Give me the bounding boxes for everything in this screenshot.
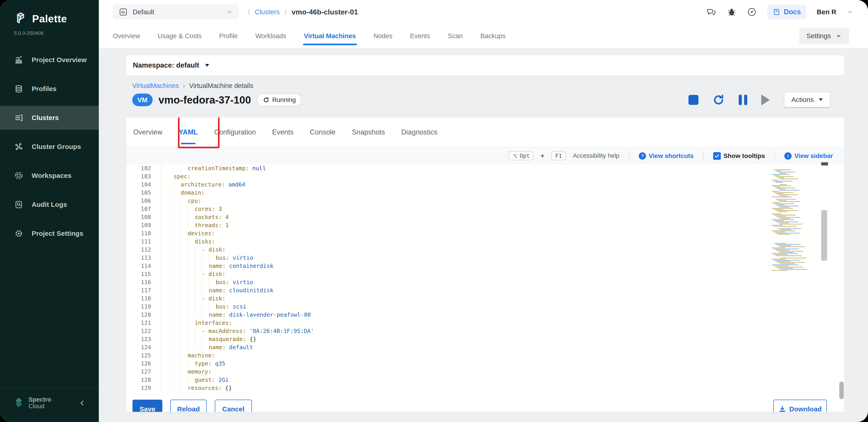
docs-button[interactable]: Docs	[767, 4, 806, 20]
view-shortcuts-link[interactable]: ? View shortcuts	[639, 152, 694, 160]
minimap-line	[776, 244, 801, 245]
save-button[interactable]: Save	[132, 400, 162, 412]
stop-vm-button[interactable]	[688, 95, 699, 105]
download-button[interactable]: Download	[773, 400, 827, 412]
vm-tab-snapshots[interactable]: Snapshots	[351, 118, 386, 147]
code-tokens: type: q35	[195, 360, 225, 368]
minimap-line	[774, 169, 791, 170]
sidebar-item-cluster-groups[interactable]: Cluster Groups	[0, 135, 99, 159]
indent-guide	[195, 303, 202, 311]
indent-guide	[181, 221, 188, 229]
tab-virtual-machines[interactable]: Virtual Machines	[304, 26, 356, 46]
sidebar-item-workspaces[interactable]: Workspaces	[0, 164, 99, 188]
sidebar-item-label: Workspaces	[32, 172, 71, 180]
indent-guide	[188, 294, 195, 303]
code-line: 115- disk:	[126, 270, 844, 278]
tab-nodes[interactable]: Nodes	[374, 26, 393, 46]
vm-tab-overview[interactable]: Overview	[132, 118, 163, 147]
tab-profile[interactable]: Profile	[219, 26, 238, 46]
user-menu-chevron-icon[interactable]	[847, 9, 854, 15]
indent-guide	[174, 303, 181, 311]
show-tooltips-checkbox[interactable]	[713, 152, 721, 160]
namespace-bar[interactable]: Namespace: default	[126, 55, 844, 75]
breadcrumb-clusters-link[interactable]: Clusters	[255, 8, 280, 16]
compass-icon[interactable]	[747, 7, 757, 17]
vm-tab-yaml[interactable]: YAML	[178, 118, 199, 147]
vm-tab-configuration[interactable]: Configuration	[213, 118, 257, 147]
indent-guide	[174, 197, 181, 205]
editor-scrollbar[interactable]	[821, 163, 827, 393]
minimap-line	[774, 260, 800, 261]
code-line: 102creationTimestamp: null	[126, 164, 844, 172]
user-name[interactable]: Ben R	[817, 8, 836, 16]
bug-report-icon[interactable]	[727, 7, 736, 17]
minimap-line	[776, 193, 784, 194]
minimap-line	[772, 231, 795, 231]
tab-backups[interactable]: Backups	[480, 26, 505, 46]
opt-key-badge: Opt	[509, 152, 533, 160]
project-selector[interactable]: Default	[113, 4, 239, 20]
tab-overview[interactable]: Overview	[113, 26, 140, 46]
editor-minimap[interactable]	[770, 164, 822, 315]
play-vm-button[interactable]	[761, 95, 770, 105]
sidebar-item-project-settings[interactable]: Project Settings	[0, 222, 99, 246]
code-tokens: - macAddress: '0A:26:4B:1F:95:DA'	[202, 327, 314, 335]
sidebar-item-profiles[interactable]: Profiles	[0, 77, 99, 101]
chevron-down-icon	[835, 33, 842, 39]
yaml-editor[interactable]: 102creationTimestamp: null103spec:104arc…	[126, 164, 844, 393]
sidebar-item-project-overview[interactable]: Project Overview	[0, 48, 99, 72]
main-area: Default / Clusters / vmo-46b-cluster-01	[99, 0, 868, 422]
editor-scrollbar-thumb[interactable]	[821, 210, 827, 261]
sidebar-collapse-chevron[interactable]	[79, 398, 86, 408]
line-number: 129	[126, 384, 151, 392]
code-line: 123masquerade: {}	[126, 335, 844, 343]
code-line: 110devices:	[126, 229, 844, 237]
virtualmachines-link[interactable]: VirtualMachines	[132, 82, 179, 90]
indent-guide	[202, 254, 209, 262]
minimap-line	[780, 252, 794, 253]
tab-usage-costs[interactable]: Usage & Costs	[158, 26, 202, 46]
indent-guide	[195, 311, 202, 319]
vm-tab-diagnostics[interactable]: Diagnostics	[400, 118, 438, 147]
minimap-line	[778, 251, 803, 252]
indent-guide	[188, 246, 195, 254]
sidebar-item-audit-logs[interactable]: Audit Logs	[0, 193, 99, 217]
code-line: 109threads: 1	[126, 221, 844, 229]
line-number: 128	[126, 376, 151, 384]
actions-dropdown-button[interactable]: Actions	[784, 92, 830, 108]
app-title: Palette	[32, 13, 67, 25]
editor-toolbar: Opt + F1 Accessibility help ? View short…	[126, 148, 844, 164]
minimap-line	[780, 173, 786, 173]
code-content: bus: virtio	[160, 278, 253, 286]
book-icon	[773, 8, 781, 16]
reload-button[interactable]: Reload	[170, 400, 207, 412]
code-content: interfaces:	[160, 319, 232, 327]
indent-guide	[181, 205, 188, 213]
chat-icon[interactable]	[706, 7, 716, 17]
vm-tab-console[interactable]: Console	[309, 118, 336, 147]
settings-button[interactable]: Settings	[799, 28, 849, 44]
tab-events[interactable]: Events	[410, 26, 430, 46]
orbit-icon	[14, 171, 24, 181]
page-scrollbar-thumb[interactable]	[839, 382, 844, 399]
pause-vm-button[interactable]	[739, 95, 747, 105]
indent-guide	[195, 294, 202, 303]
minimap-line	[774, 226, 797, 227]
cancel-button[interactable]: Cancel	[215, 400, 252, 412]
indent-guide	[202, 286, 209, 294]
view-sidebar-link[interactable]: i View sidebar	[784, 152, 833, 160]
top-bar: Default / Clusters / vmo-46b-cluster-01	[99, 0, 868, 24]
indent-guide	[174, 311, 181, 319]
indent-guide	[195, 335, 202, 343]
minimap-line	[780, 190, 799, 191]
minimap-line	[774, 209, 783, 210]
restart-vm-button[interactable]	[712, 94, 725, 106]
tab-workloads[interactable]: Workloads	[255, 26, 286, 46]
minimap-line	[780, 201, 800, 202]
indent-guide	[174, 213, 181, 221]
indent-guide	[188, 205, 195, 213]
sidebar-item-clusters[interactable]: Clusters	[0, 106, 99, 130]
vm-tab-events[interactable]: Events	[271, 118, 294, 147]
indent-guide	[181, 384, 188, 392]
tab-scan[interactable]: Scan	[448, 26, 463, 46]
